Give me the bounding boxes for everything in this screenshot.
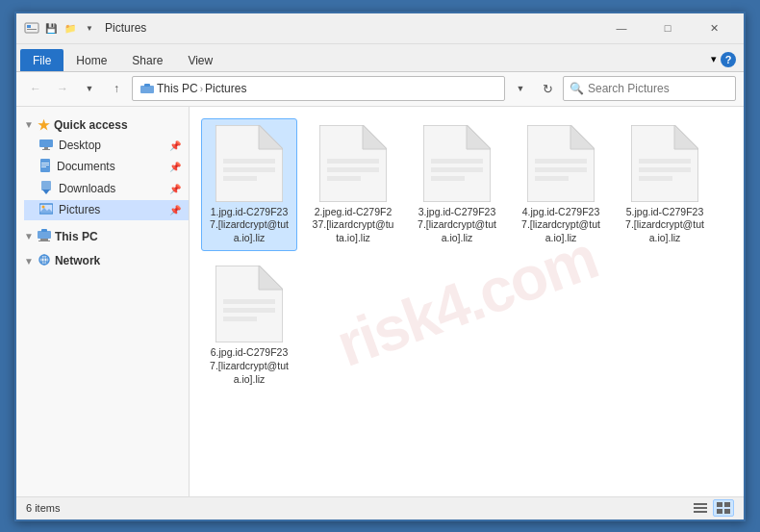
sidebar-section-quickaccess[interactable]: ▼ ★ Quick access — [16, 114, 189, 136]
maximize-button[interactable]: □ — [646, 13, 690, 43]
back-button[interactable]: ← — [24, 77, 47, 100]
svg-rect-60 — [724, 502, 730, 507]
file-item[interactable]: 5.jpg.id-C279F237.[lizardcrypt@tuta.io].… — [617, 118, 713, 252]
ribbon-expand[interactable]: ▾ ? — [703, 48, 744, 72]
svg-rect-40 — [431, 176, 465, 181]
svg-rect-11 — [41, 166, 46, 167]
svg-rect-55 — [223, 317, 257, 321]
sidebar-section-thispc[interactable]: ▼ This PC — [16, 226, 189, 247]
qat-folder[interactable]: 📁 — [63, 20, 78, 36]
sidebar-thispc-label: This PC — [55, 230, 98, 243]
search-icon: 🔍 — [570, 82, 584, 95]
svg-rect-35 — [327, 176, 361, 181]
network-icon — [38, 254, 51, 268]
qat-save[interactable]: 💾 — [43, 20, 59, 36]
sidebar-section-network[interactable]: ▼ Network — [16, 251, 189, 271]
svg-rect-9 — [41, 163, 49, 164]
svg-marker-37 — [467, 125, 491, 149]
quickaccess-children: Desktop 📌 Documents 📌 — [16, 136, 189, 220]
svg-rect-5 — [39, 139, 53, 147]
svg-marker-27 — [259, 125, 283, 149]
svg-rect-10 — [41, 165, 49, 165]
forward-button[interactable]: → — [51, 77, 74, 100]
sidebar-item-pictures[interactable]: Pictures 📌 — [24, 200, 189, 220]
svg-rect-6 — [44, 147, 48, 149]
thispc-icon — [38, 229, 51, 244]
quickaccess-label: Quick access — [54, 118, 128, 132]
close-button[interactable]: ✕ — [692, 13, 736, 43]
explorer-window: 💾 📁 ▼ Pictures — □ ✕ File Home Share Vie… — [14, 12, 746, 521]
svg-rect-2 — [27, 29, 37, 30]
svg-rect-58 — [694, 511, 707, 513]
file-name: 3.jpg.id-C279F237.[lizardcrypt@tuta.io].… — [416, 206, 498, 245]
tab-view[interactable]: View — [175, 49, 225, 71]
svg-rect-61 — [717, 509, 722, 514]
file-area: risk4.com 1.jpg.id-C279F237.[lizardcrypt… — [190, 107, 744, 496]
file-name: 2.jpeg.id-C279F237.[lizardcrypt@tuta.io]… — [312, 206, 394, 245]
file-item[interactable]: 1.jpg.id-C279F237.[lizardcrypt@tuta.io].… — [201, 118, 297, 252]
svg-rect-19 — [40, 239, 48, 241]
file-name: 4.jpg.id-C279F237.[lizardcrypt@tuta.io].… — [519, 206, 602, 245]
svg-rect-30 — [223, 176, 257, 181]
pin-desktop-icon: 📌 — [169, 140, 181, 151]
svg-rect-50 — [639, 176, 672, 181]
tab-file[interactable]: File — [20, 49, 63, 71]
file-item[interactable]: 4.jpg.id-C279F237.[lizardcrypt@tuta.io].… — [513, 118, 609, 252]
file-icon — [319, 125, 387, 202]
sidebar-item-downloads-label: Downloads — [59, 182, 115, 195]
svg-rect-1 — [27, 25, 31, 28]
sidebar-item-downloads[interactable]: Downloads 📌 — [24, 178, 189, 200]
pin-docs-icon: 📌 — [169, 162, 181, 172]
sidebar-item-documents-label: Documents — [57, 160, 115, 173]
title-bar: 💾 📁 ▼ Pictures — □ ✕ — [16, 13, 744, 44]
svg-rect-17 — [38, 231, 51, 239]
minimize-button[interactable]: — — [599, 13, 644, 43]
svg-rect-53 — [223, 299, 275, 304]
file-name: 6.jpg.id-C279F237.[lizardcrypt@tuta.io].… — [208, 346, 291, 386]
window-controls: — □ ✕ — [599, 13, 736, 43]
file-name: 5.jpg.id-C279F237.[lizardcrypt@tuta.io].… — [623, 206, 706, 245]
svg-rect-20 — [38, 241, 50, 241]
path-dropdown[interactable]: ▼ — [509, 77, 532, 100]
svg-rect-29 — [223, 167, 275, 172]
file-icon — [423, 125, 491, 202]
desktop-icon — [39, 139, 53, 153]
path-pictures[interactable]: Pictures — [205, 82, 246, 95]
view-list-btn[interactable] — [690, 499, 711, 517]
view-large-icons-btn[interactable] — [713, 499, 734, 517]
item-count: 6 items — [26, 502, 60, 514]
main-content: ▼ ★ Quick access Desktop 📌 — [16, 107, 744, 496]
svg-rect-49 — [639, 167, 691, 172]
sidebar-item-documents[interactable]: Documents 📌 — [24, 156, 189, 178]
svg-marker-16 — [39, 208, 53, 213]
file-item[interactable]: 3.jpg.id-C279F237.[lizardcrypt@tuta.io].… — [409, 118, 505, 252]
path-thispc[interactable]: This PC — [140, 82, 198, 95]
svg-rect-56 — [694, 503, 707, 505]
recent-button[interactable]: ▼ — [78, 77, 101, 100]
tab-share[interactable]: Share — [119, 49, 175, 71]
svg-rect-38 — [431, 159, 483, 164]
svg-marker-13 — [42, 190, 50, 194]
file-icon — [631, 125, 698, 202]
file-item[interactable]: 6.jpg.id-C279F237.[lizardcrypt@tuta.io].… — [201, 259, 297, 393]
qat-icon-1[interactable] — [24, 20, 39, 36]
quickaccess-star-icon: ★ — [38, 117, 50, 133]
address-path[interactable]: This PC › Pictures — [132, 76, 505, 101]
address-bar: ← → ▼ ↑ This PC › Pictures ▼ ↻ 🔍 — [16, 72, 744, 107]
refresh-button[interactable]: ↻ — [536, 77, 559, 100]
svg-rect-18 — [41, 229, 47, 232]
svg-rect-28 — [223, 159, 275, 164]
tab-home[interactable]: Home — [63, 49, 119, 71]
sidebar-item-desktop[interactable]: Desktop 📌 — [24, 136, 189, 156]
search-input[interactable] — [588, 82, 729, 95]
path-chevron-1: › — [200, 84, 203, 94]
svg-rect-59 — [717, 502, 722, 507]
sidebar: ▼ ★ Quick access Desktop 📌 — [16, 107, 190, 496]
svg-rect-45 — [535, 176, 569, 181]
file-item[interactable]: 2.jpeg.id-C279F237.[lizardcrypt@tuta.io]… — [305, 118, 401, 252]
search-box: 🔍 — [563, 76, 736, 101]
qat-chevron[interactable]: ▼ — [82, 20, 97, 36]
ribbon-tabs: File Home Share View ▾ ? — [16, 44, 744, 71]
downloads-icon — [39, 181, 53, 197]
up-button[interactable]: ↑ — [105, 77, 128, 100]
